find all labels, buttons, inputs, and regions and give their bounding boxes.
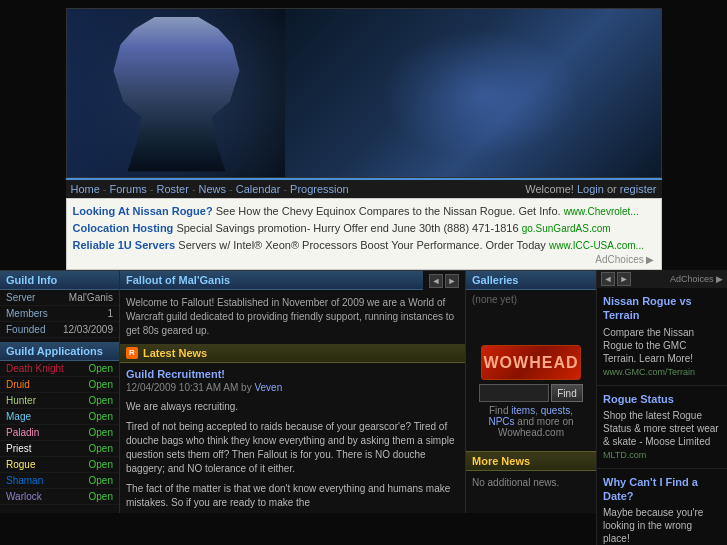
founded-label: Founded — [6, 324, 45, 335]
nav-links: Home - Forums - Roster - News - Calendar… — [71, 183, 349, 195]
banner-right — [285, 9, 661, 178]
wowhead-quests-link[interactable]: quests — [541, 405, 570, 416]
ad-nav-bar: ◄ ► AdChoices ▶ — [597, 270, 727, 288]
app-status-hunter[interactable]: Open — [89, 395, 113, 406]
app-item-rogue: Rogue Open — [0, 457, 119, 473]
ad-bar: Looking At Nissan Rogue? See How the Che… — [66, 198, 662, 270]
server-label: Server — [6, 292, 35, 303]
wowhead-items-link[interactable]: items — [511, 405, 535, 416]
sidebar-ad-choices[interactable]: AdChoices ▶ — [670, 274, 723, 284]
nav-sep-2: - — [150, 183, 154, 195]
ad-choices[interactable]: AdChoices ▶ — [73, 254, 655, 265]
app-class-dk[interactable]: Death Knight — [6, 363, 64, 374]
app-status-priest[interactable]: Open — [89, 443, 113, 454]
nav-forums[interactable]: Forums — [110, 183, 147, 195]
news-post-author[interactable]: Veven — [254, 382, 282, 393]
news-body-3: The fact of the matter is that we don't … — [120, 479, 465, 513]
guild-server: Server Mal'Ganis — [0, 290, 119, 306]
ad3-title[interactable]: Reliable 1U Servers — [73, 239, 176, 251]
app-class-mage[interactable]: Mage — [6, 411, 31, 422]
ad-next-btn[interactable]: ► — [617, 272, 631, 286]
ad-line-2: Colocation Hosting Special Savings promo… — [73, 220, 655, 237]
fallout-pagination: ◄ ► — [423, 272, 465, 290]
ad-line-1: Looking At Nissan Rogue? See How the Che… — [73, 203, 655, 220]
nav-bar: Home - Forums - Roster - News - Calendar… — [66, 178, 662, 198]
guild-founded: Founded 12/03/2009 — [0, 322, 119, 338]
app-class-shaman[interactable]: Shaman — [6, 475, 43, 486]
fallout-next-btn[interactable]: ► — [445, 274, 459, 288]
news-body-1: We are always recruiting. — [120, 397, 465, 417]
nav-progression[interactable]: Progression — [290, 183, 349, 195]
wowhead-find-btn[interactable]: Find — [551, 384, 582, 402]
app-status-dk[interactable]: Open — [89, 363, 113, 374]
guild-info-header: Guild Info — [0, 271, 119, 290]
app-class-paladin[interactable]: Paladin — [6, 427, 39, 438]
galleries-none: (none yet) — [466, 290, 596, 309]
news-post-title[interactable]: Guild Recruitment! — [120, 363, 465, 382]
app-status-mage[interactable]: Open — [89, 411, 113, 422]
wowhead-links: Find items, quests, NPCs and more on Wow… — [472, 402, 590, 441]
app-class-hunter[interactable]: Hunter — [6, 395, 36, 406]
nav-sep-1: - — [103, 183, 107, 195]
ad1-body: See How the Chevy Equinox Compares to th… — [216, 205, 561, 217]
app-status-paladin[interactable]: Open — [89, 427, 113, 438]
banner-glow — [381, 29, 581, 159]
wowhead-npcs-link[interactable]: NPCs — [488, 416, 514, 427]
members-label: Members — [6, 308, 48, 319]
app-class-rogue[interactable]: Rogue — [6, 459, 35, 470]
app-status-rogue[interactable]: Open — [89, 459, 113, 470]
app-status-shaman[interactable]: Open — [89, 475, 113, 486]
app-item-priest: Priest Open — [0, 441, 119, 457]
sidebar-ad2-url: MLTD.com — [603, 450, 721, 460]
col-middle: Fallout of Mal'Ganis ◄ ► Welcome to Fall… — [120, 271, 466, 513]
nav-login[interactable]: Login — [577, 183, 604, 195]
nav-sep-5: - — [283, 183, 287, 195]
sidebar-ad-3: Why Can't I Find a Date? Maybe because y… — [597, 469, 727, 545]
ad3-url: www.ICC-USA.com... — [549, 240, 644, 251]
app-item-mage: Mage Open — [0, 409, 119, 425]
wowhead-logo: WOWHEAD — [481, 345, 581, 380]
latest-news-header: R Latest News — [120, 344, 465, 363]
fallout-header: Fallout of Mal'Ganis — [120, 271, 423, 290]
nav-news[interactable]: News — [199, 183, 227, 195]
ad-prev-btn[interactable]: ◄ — [601, 272, 615, 286]
sidebar-ad3-body: Maybe because you're looking in the wron… — [603, 506, 721, 545]
nav-calendar[interactable]: Calendar — [236, 183, 281, 195]
ad1-title[interactable]: Looking At Nissan Rogue? — [73, 205, 213, 217]
app-class-priest[interactable]: Priest — [6, 443, 32, 454]
ad2-url: go.SunGardAS.com — [522, 223, 611, 234]
nav-register[interactable]: register — [620, 183, 657, 195]
nav-roster[interactable]: Roster — [156, 183, 188, 195]
app-item-hunter: Hunter Open — [0, 393, 119, 409]
ad2-title[interactable]: Colocation Hosting — [73, 222, 174, 234]
fallout-prev-btn[interactable]: ◄ — [429, 274, 443, 288]
ad1-url: www.Chevrolet... — [564, 206, 639, 217]
guild-members: Members 1 — [0, 306, 119, 322]
galleries-header: Galleries — [466, 271, 596, 290]
app-class-warlock[interactable]: Warlock — [6, 491, 42, 502]
founded-value: 12/03/2009 — [63, 324, 113, 335]
app-status-warlock[interactable]: Open — [89, 491, 113, 502]
main-container: Guild Info Server Mal'Ganis Members 1 Fo… — [0, 270, 727, 545]
ad2-body: Special Savings promotion- Hurry Offer e… — [176, 222, 518, 234]
nav-home[interactable]: Home — [71, 183, 100, 195]
wowhead-search-input[interactable] — [479, 384, 549, 402]
news-body-2: Tired of not being accepted to raids bec… — [120, 417, 465, 479]
sidebar-ad2-title[interactable]: Rogue Status — [603, 392, 721, 406]
knight-figure — [67, 9, 287, 178]
rss-icon: R — [126, 347, 138, 359]
sidebar-ad-1: Nissan Rogue vs Terrain Compare the Niss… — [597, 288, 727, 386]
members-value: 1 — [107, 308, 113, 319]
app-class-druid[interactable]: Druid — [6, 379, 30, 390]
nav-sep-3: - — [192, 183, 196, 195]
nav-welcome: Welcome! Login or register — [525, 183, 656, 195]
app-status-druid[interactable]: Open — [89, 379, 113, 390]
sidebar-ad1-title[interactable]: Nissan Rogue vs Terrain — [603, 294, 721, 323]
guild-applications-header: Guild Applications — [0, 342, 119, 361]
nav-sep-4: - — [229, 183, 233, 195]
sidebar-ad3-title[interactable]: Why Can't I Find a Date? — [603, 475, 721, 504]
wowhead-box: WOWHEAD Find Find items, quests, NPCs an… — [466, 309, 596, 447]
app-item-paladin: Paladin Open — [0, 425, 119, 441]
ad-line-3: Reliable 1U Servers Servers w/ Intel® Xe… — [73, 237, 655, 254]
banner-figure-left — [67, 9, 287, 178]
